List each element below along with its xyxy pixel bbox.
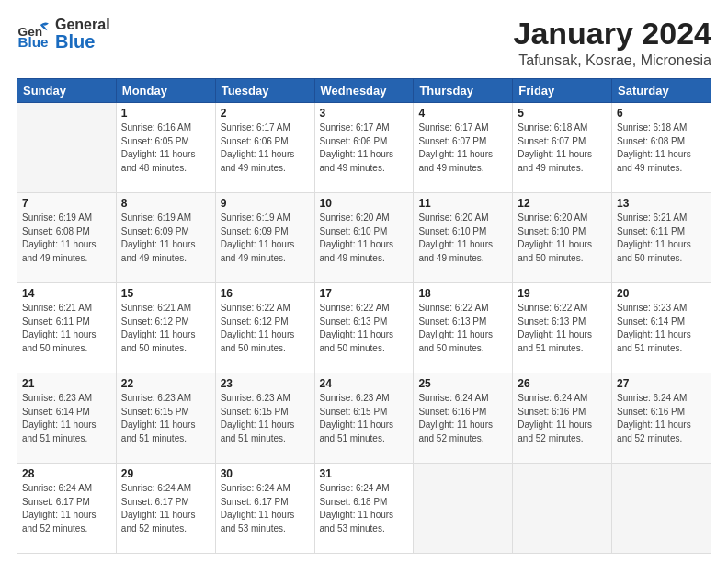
day-info: Sunrise: 6:24 AM Sunset: 6:17 PM Dayligh… [221, 482, 310, 535]
day-info: Sunrise: 6:17 AM Sunset: 6:06 PM Dayligh… [320, 121, 409, 175]
logo-icon: Gen Blue [17, 17, 51, 52]
day-number: 19 [518, 287, 607, 300]
day-info: Sunrise: 6:16 AM Sunset: 6:05 PM Dayligh… [121, 121, 210, 175]
day-number: 23 [221, 377, 310, 390]
day-info: Sunrise: 6:24 AM Sunset: 6:16 PM Dayligh… [418, 392, 507, 445]
day-info: Sunrise: 6:19 AM Sunset: 6:09 PM Dayligh… [121, 212, 210, 265]
table-row: 18Sunrise: 6:22 AM Sunset: 6:13 PM Dayli… [414, 283, 513, 373]
svg-text:Blue: Blue [18, 34, 49, 50]
day-number: 12 [518, 197, 607, 210]
table-row: 2Sunrise: 6:17 AM Sunset: 6:06 PM Daylig… [215, 103, 314, 193]
day-number: 22 [121, 377, 210, 390]
table-row: 11Sunrise: 6:20 AM Sunset: 6:10 PM Dayli… [414, 193, 513, 283]
calendar-table: Sunday Monday Tuesday Wednesday Thursday… [17, 78, 711, 554]
table-row: 21Sunrise: 6:23 AM Sunset: 6:14 PM Dayli… [17, 373, 117, 464]
title-section: January 2024 Tafunsak, Kosrae, Micronesi… [514, 17, 712, 69]
table-row: 30Sunrise: 6:24 AM Sunset: 6:17 PM Dayli… [215, 464, 314, 554]
col-saturday: Saturday [612, 79, 711, 103]
month-year-title: January 2024 [514, 17, 712, 51]
day-info: Sunrise: 6:23 AM Sunset: 6:15 PM Dayligh… [121, 392, 210, 445]
day-number: 6 [617, 107, 706, 120]
day-number: 2 [221, 107, 310, 120]
day-number: 20 [617, 287, 706, 300]
calendar-week-1: 1Sunrise: 6:16 AM Sunset: 6:05 PM Daylig… [17, 103, 711, 193]
day-info: Sunrise: 6:23 AM Sunset: 6:15 PM Dayligh… [320, 392, 409, 445]
table-row: 28Sunrise: 6:24 AM Sunset: 6:17 PM Dayli… [17, 464, 117, 554]
table-row: 22Sunrise: 6:23 AM Sunset: 6:15 PM Dayli… [116, 373, 215, 464]
header: Gen Blue General Blue January 2024 Tafun… [17, 17, 711, 69]
day-number: 1 [121, 107, 210, 120]
calendar-week-4: 21Sunrise: 6:23 AM Sunset: 6:14 PM Dayli… [17, 373, 711, 464]
day-info: Sunrise: 6:24 AM Sunset: 6:17 PM Dayligh… [121, 482, 210, 535]
day-number: 9 [221, 197, 310, 210]
col-thursday: Thursday [414, 79, 513, 103]
day-number: 31 [320, 467, 409, 480]
table-row: 3Sunrise: 6:17 AM Sunset: 6:06 PM Daylig… [314, 103, 414, 193]
table-row: 20Sunrise: 6:23 AM Sunset: 6:14 PM Dayli… [612, 283, 711, 373]
table-row: 27Sunrise: 6:24 AM Sunset: 6:16 PM Dayli… [612, 373, 711, 464]
day-number: 10 [320, 197, 409, 210]
day-number: 3 [320, 107, 409, 120]
day-number: 26 [518, 377, 607, 390]
day-info: Sunrise: 6:20 AM Sunset: 6:10 PM Dayligh… [418, 212, 507, 265]
day-info: Sunrise: 6:17 AM Sunset: 6:06 PM Dayligh… [221, 121, 310, 175]
day-info: Sunrise: 6:21 AM Sunset: 6:11 PM Dayligh… [22, 302, 111, 355]
day-info: Sunrise: 6:18 AM Sunset: 6:08 PM Dayligh… [617, 121, 706, 175]
table-row: 15Sunrise: 6:21 AM Sunset: 6:12 PM Dayli… [116, 283, 215, 373]
day-number: 28 [22, 467, 111, 480]
col-tuesday: Tuesday [215, 79, 314, 103]
day-info: Sunrise: 6:22 AM Sunset: 6:13 PM Dayligh… [518, 302, 607, 355]
day-info: Sunrise: 6:23 AM Sunset: 6:14 PM Dayligh… [617, 302, 706, 355]
table-row: 6Sunrise: 6:18 AM Sunset: 6:08 PM Daylig… [612, 103, 711, 193]
logo-blue-text: Blue [55, 32, 110, 51]
day-number: 15 [121, 287, 210, 300]
day-number: 29 [121, 467, 210, 480]
day-info: Sunrise: 6:20 AM Sunset: 6:10 PM Dayligh… [320, 212, 409, 265]
day-info: Sunrise: 6:24 AM Sunset: 6:17 PM Dayligh… [22, 482, 111, 535]
col-sunday: Sunday [17, 79, 117, 103]
col-friday: Friday [513, 79, 612, 103]
day-info: Sunrise: 6:24 AM Sunset: 6:16 PM Dayligh… [617, 392, 706, 445]
day-number: 7 [22, 197, 111, 210]
table-row: 8Sunrise: 6:19 AM Sunset: 6:09 PM Daylig… [116, 193, 215, 283]
day-info: Sunrise: 6:21 AM Sunset: 6:11 PM Dayligh… [617, 212, 706, 265]
day-number: 24 [320, 377, 409, 390]
table-row [612, 464, 711, 554]
table-row: 10Sunrise: 6:20 AM Sunset: 6:10 PM Dayli… [314, 193, 414, 283]
day-info: Sunrise: 6:23 AM Sunset: 6:14 PM Dayligh… [22, 392, 111, 445]
table-row: 26Sunrise: 6:24 AM Sunset: 6:16 PM Dayli… [513, 373, 612, 464]
location-subtitle: Tafunsak, Kosrae, Micronesia [514, 52, 712, 69]
day-number: 21 [22, 377, 111, 390]
table-row: 16Sunrise: 6:22 AM Sunset: 6:12 PM Dayli… [215, 283, 314, 373]
table-row: 9Sunrise: 6:19 AM Sunset: 6:09 PM Daylig… [215, 193, 314, 283]
logo-text: General Blue [55, 17, 110, 51]
table-row: 5Sunrise: 6:18 AM Sunset: 6:07 PM Daylig… [513, 103, 612, 193]
table-row: 19Sunrise: 6:22 AM Sunset: 6:13 PM Dayli… [513, 283, 612, 373]
table-row: 1Sunrise: 6:16 AM Sunset: 6:05 PM Daylig… [116, 103, 215, 193]
day-number: 27 [617, 377, 706, 390]
col-wednesday: Wednesday [314, 79, 414, 103]
day-info: Sunrise: 6:22 AM Sunset: 6:13 PM Dayligh… [320, 302, 409, 355]
day-info: Sunrise: 6:18 AM Sunset: 6:07 PM Dayligh… [518, 121, 607, 175]
logo: Gen Blue General Blue [17, 17, 110, 52]
logo-general-text: General [55, 17, 110, 32]
table-row: 31Sunrise: 6:24 AM Sunset: 6:18 PM Dayli… [314, 464, 414, 554]
table-row [17, 103, 117, 193]
day-info: Sunrise: 6:22 AM Sunset: 6:12 PM Dayligh… [221, 302, 310, 355]
page: Gen Blue General Blue January 2024 Tafun… [0, 0, 728, 563]
day-info: Sunrise: 6:17 AM Sunset: 6:07 PM Dayligh… [418, 121, 507, 175]
day-info: Sunrise: 6:19 AM Sunset: 6:09 PM Dayligh… [221, 212, 310, 265]
table-row: 14Sunrise: 6:21 AM Sunset: 6:11 PM Dayli… [17, 283, 117, 373]
calendar-week-3: 14Sunrise: 6:21 AM Sunset: 6:11 PM Dayli… [17, 283, 711, 373]
table-row [414, 464, 513, 554]
day-number: 4 [418, 107, 507, 120]
day-info: Sunrise: 6:19 AM Sunset: 6:08 PM Dayligh… [22, 212, 111, 265]
day-number: 16 [221, 287, 310, 300]
day-info: Sunrise: 6:23 AM Sunset: 6:15 PM Dayligh… [221, 392, 310, 445]
table-row: 17Sunrise: 6:22 AM Sunset: 6:13 PM Dayli… [314, 283, 414, 373]
day-number: 5 [518, 107, 607, 120]
calendar-week-2: 7Sunrise: 6:19 AM Sunset: 6:08 PM Daylig… [17, 193, 711, 283]
table-row: 7Sunrise: 6:19 AM Sunset: 6:08 PM Daylig… [17, 193, 117, 283]
day-info: Sunrise: 6:24 AM Sunset: 6:16 PM Dayligh… [518, 392, 607, 445]
day-number: 25 [418, 377, 507, 390]
